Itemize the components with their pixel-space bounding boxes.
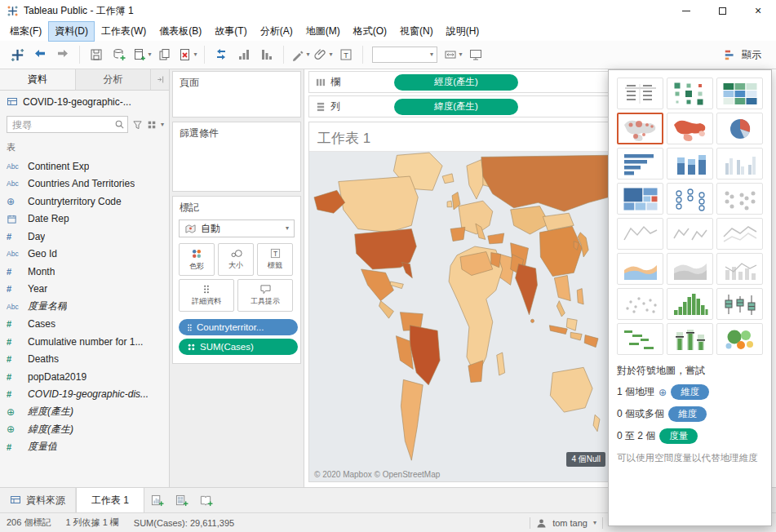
field-day[interactable]: #Day bbox=[0, 228, 169, 246]
showme-highlight-table[interactable] bbox=[716, 78, 763, 109]
tableau-home-button[interactable] bbox=[7, 44, 28, 65]
field-longitude-generated[interactable]: ⊕經度(產生) bbox=[0, 403, 169, 421]
showme-stacked-bars[interactable] bbox=[667, 148, 713, 180]
showme-scatter-plot[interactable] bbox=[617, 288, 663, 320]
showme-bullet-graph[interactable] bbox=[667, 323, 713, 355]
columns-pill-longitude[interactable]: 經度(產生) bbox=[394, 74, 518, 91]
menu-file[interactable]: 檔案(F) bbox=[4, 22, 47, 41]
search-input[interactable] bbox=[12, 119, 114, 131]
showme-box-and-whisker[interactable] bbox=[716, 288, 763, 320]
field-deaths[interactable]: #Deaths bbox=[0, 351, 169, 369]
showme-lines-continuous[interactable] bbox=[617, 218, 663, 250]
field-geo-id[interactable]: AbcGeo Id bbox=[0, 246, 169, 264]
new-worksheet-button[interactable] bbox=[144, 488, 169, 512]
showme-pie-chart[interactable] bbox=[716, 113, 763, 144]
showme-dual-combination[interactable] bbox=[716, 253, 763, 285]
menu-story[interactable]: 故事(T) bbox=[209, 22, 252, 41]
user-menu[interactable]: tom tang ▾ bbox=[530, 517, 603, 529]
sheet-tab-1[interactable]: 工作表 1 bbox=[76, 488, 144, 512]
showme-symbol-map[interactable] bbox=[617, 113, 663, 144]
field-date-rep[interactable]: Date Rep bbox=[0, 211, 169, 228]
showme-filled-map[interactable] bbox=[667, 113, 713, 144]
menu-format[interactable]: 格式(O) bbox=[348, 22, 392, 41]
showme-area-continuous[interactable] bbox=[617, 253, 663, 285]
showme-horizontal-bars[interactable] bbox=[617, 148, 663, 180]
marks-pill-sum-cases[interactable]: SUM(Cases) bbox=[179, 339, 298, 355]
maximize-button[interactable] bbox=[704, 0, 740, 21]
sheet-title[interactable]: 工作表 1 bbox=[309, 122, 608, 152]
field-cases[interactable]: #Cases bbox=[0, 316, 169, 334]
view-options-icon[interactable] bbox=[147, 120, 157, 130]
new-story-button[interactable] bbox=[193, 488, 218, 512]
datasource-tab[interactable]: 資料來源 bbox=[0, 488, 76, 512]
field-table-count[interactable]: #COVID-19-geographic-dis... bbox=[0, 386, 169, 404]
field-countryterritory-code[interactable]: ⊕Countryterritory Code bbox=[0, 193, 169, 211]
rows-shelf[interactable]: 列 緯度(產生) bbox=[308, 95, 609, 117]
fit-selector[interactable]: ▾ bbox=[372, 47, 437, 63]
sort-descending-button[interactable] bbox=[256, 44, 277, 65]
menu-worksheet[interactable]: 工作表(W) bbox=[95, 22, 152, 41]
redo-button[interactable] bbox=[52, 44, 73, 65]
showme-circle-views[interactable] bbox=[667, 183, 713, 215]
field-year[interactable]: #Year bbox=[0, 281, 169, 299]
marks-card[interactable]: 標記 自動 ▾ 色彩 大小 T bbox=[172, 196, 301, 364]
presentation-mode-button[interactable] bbox=[465, 44, 486, 65]
showme-dual-lines[interactable] bbox=[716, 218, 763, 250]
columns-shelf[interactable]: 欄 經度(產生) bbox=[308, 71, 609, 93]
menu-analysis[interactable]: 分析(A) bbox=[255, 22, 299, 41]
undo-button[interactable] bbox=[29, 44, 51, 65]
showme-side-by-side-bars[interactable] bbox=[716, 148, 763, 180]
filter-icon[interactable] bbox=[132, 120, 143, 130]
search-icon[interactable] bbox=[114, 119, 125, 130]
world-map[interactable] bbox=[309, 152, 608, 481]
showme-area-discrete[interactable] bbox=[667, 253, 713, 285]
field-popdata2019[interactable]: #popData2019 bbox=[0, 368, 169, 386]
showme-packed-bubbles[interactable] bbox=[716, 323, 763, 355]
menu-dashboard[interactable]: 儀表板(B) bbox=[153, 22, 207, 41]
minimize-button[interactable] bbox=[668, 0, 704, 21]
null-indicator[interactable]: 4 個Null bbox=[566, 452, 605, 467]
menu-help[interactable]: 說明(H) bbox=[441, 22, 486, 41]
tab-analytics[interactable]: 分析 bbox=[76, 69, 152, 90]
field-measure-values[interactable]: #度量值 bbox=[0, 438, 169, 456]
show-me-button[interactable]: 顯示 bbox=[716, 46, 769, 64]
highlight-button[interactable]: ▾ bbox=[290, 44, 311, 65]
fix-axes-button[interactable]: ▾ bbox=[442, 44, 463, 65]
new-dashboard-button[interactable] bbox=[169, 488, 193, 512]
marks-pill-countryterritory[interactable]: Countryterritor... bbox=[179, 319, 298, 335]
swap-axes-button[interactable] bbox=[211, 44, 232, 65]
rows-pill-latitude[interactable]: 緯度(產生) bbox=[394, 99, 518, 115]
field-measure-names[interactable]: Abc度量名稱 bbox=[0, 298, 169, 316]
showme-gantt[interactable] bbox=[617, 323, 663, 355]
showme-histogram[interactable] bbox=[667, 288, 713, 320]
add-data-button[interactable] bbox=[109, 44, 130, 65]
field-latitude-generated[interactable]: ⊕緯度(產生) bbox=[0, 421, 169, 439]
color-button[interactable]: 色彩 bbox=[179, 243, 215, 276]
chevron-down-icon[interactable]: ▾ bbox=[161, 122, 164, 128]
tooltip-button[interactable]: 工具提示 bbox=[237, 279, 293, 312]
showme-heat-map[interactable] bbox=[667, 78, 713, 109]
label-button[interactable]: T 標籤 bbox=[257, 243, 293, 276]
field-month[interactable]: #Month bbox=[0, 263, 169, 281]
tab-data[interactable]: 資料 bbox=[0, 69, 76, 90]
showme-text-table[interactable] bbox=[617, 78, 663, 109]
field-countries-and-territories[interactable]: AbcCountries And Territories bbox=[0, 175, 169, 193]
menu-window[interactable]: 視窗(N) bbox=[394, 22, 439, 41]
showme-side-by-side-circles[interactable] bbox=[716, 183, 763, 215]
size-button[interactable]: 大小 bbox=[218, 243, 254, 276]
show-mark-labels-button[interactable]: T bbox=[335, 44, 357, 65]
group-members-button[interactable]: ▾ bbox=[313, 44, 334, 65]
sort-ascending-button[interactable] bbox=[233, 44, 255, 65]
mark-type-dropdown[interactable]: 自動 ▾ bbox=[179, 219, 295, 237]
datasource-item[interactable]: COVID-19-geographic-... bbox=[0, 91, 169, 113]
pages-shelf[interactable]: 頁面 bbox=[172, 71, 301, 117]
field-cumulative-number[interactable]: #Cumulative number for 1... bbox=[0, 333, 169, 351]
filters-shelf[interactable]: 篩選條件 bbox=[172, 122, 301, 192]
new-worksheet-button[interactable]: ▾ bbox=[131, 44, 153, 65]
showme-treemap[interactable] bbox=[617, 183, 663, 215]
showme-lines-discrete[interactable] bbox=[667, 218, 713, 250]
collapse-pane-icon[interactable] bbox=[151, 69, 169, 90]
save-button[interactable] bbox=[86, 44, 107, 65]
menu-data[interactable]: 資料(D) bbox=[49, 22, 94, 41]
duplicate-sheet-button[interactable] bbox=[154, 44, 175, 65]
